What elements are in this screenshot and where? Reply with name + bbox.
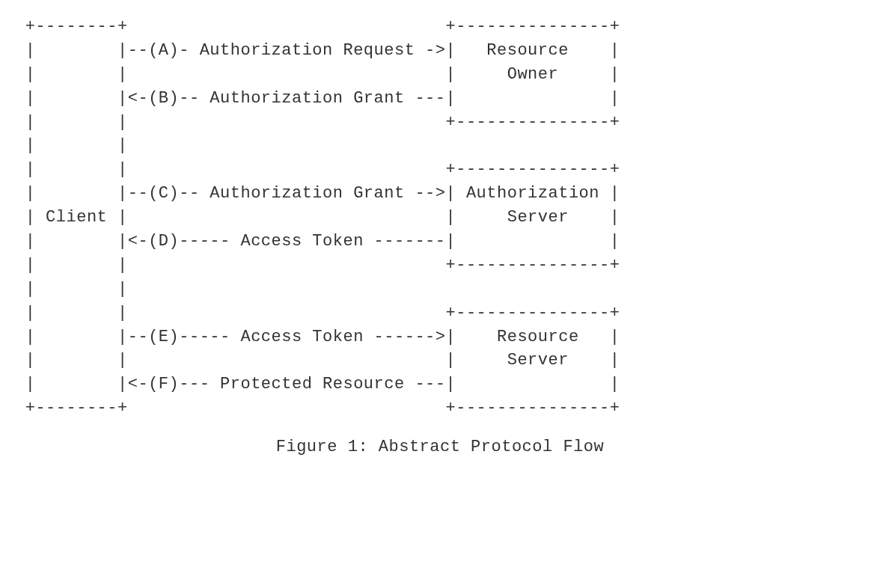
diagram-line: | |<-(B)-- Authorization Grant ---| | — [15, 89, 620, 108]
diagram-line: +--------+ +---------------+ — [15, 17, 620, 36]
diagram-line: | |<-(D)----- Access Token -------| | — [15, 232, 620, 251]
diagram-line: | | +---------------+ — [15, 113, 620, 132]
diagram-line: | | — [15, 280, 128, 298]
diagram-line: | |--(C)-- Authorization Grant -->| Auth… — [15, 184, 620, 203]
diagram-line: | | +---------------+ — [15, 304, 620, 322]
diagram-line: | | +---------------+ — [15, 160, 620, 179]
diagram-line: +--------+ +---------------+ — [15, 399, 620, 417]
diagram-line: | | | Server | — [15, 351, 620, 370]
figure-caption: Figure 1: Abstract Protocol Flow — [15, 435, 865, 459]
diagram-line: | |--(E)----- Access Token ------>| Reso… — [15, 328, 620, 346]
diagram-line: | |--(A)- Authorization Request ->| Reso… — [15, 41, 620, 60]
diagram-line: | | | Owner | — [15, 65, 620, 84]
diagram-line: | |<-(F)--- Protected Resource ---| | — [15, 375, 620, 393]
diagram-line: | | — [15, 136, 128, 155]
ascii-diagram: +--------+ +---------------+ | |--(A)- A… — [15, 15, 865, 420]
diagram-line: | Client | | Server | — [15, 208, 620, 227]
diagram-line: | | +---------------+ — [15, 256, 620, 275]
